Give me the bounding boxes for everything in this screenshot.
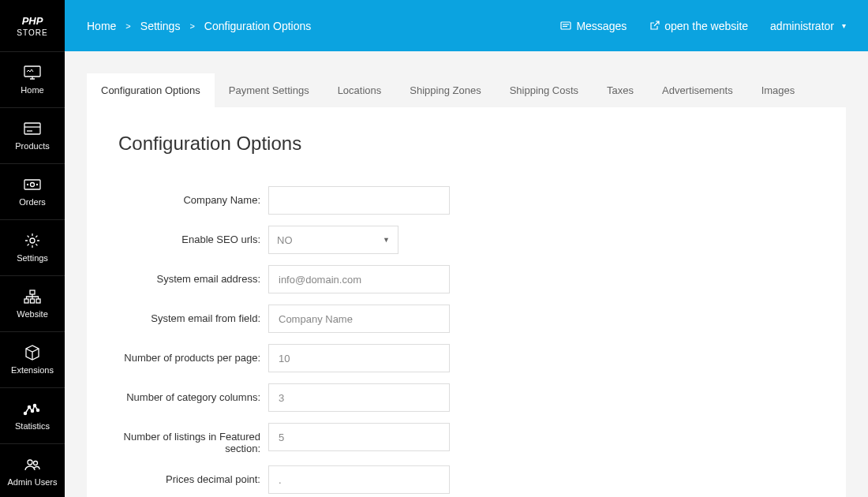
- monitor-icon: [23, 65, 42, 80]
- seo-label: Enable SEO urls:: [118, 226, 268, 245]
- svg-point-8: [30, 238, 35, 243]
- featured-input[interactable]: [268, 423, 450, 451]
- svg-rect-11: [31, 299, 35, 303]
- cash-icon: [23, 177, 42, 192]
- user-menu[interactable]: administrator ▾: [770, 20, 846, 32]
- sitemap-icon: [23, 289, 42, 305]
- form-row-featured: Number of listings in Featured section:: [118, 423, 814, 454]
- breadcrumb-config[interactable]: Configuration Options: [204, 20, 311, 32]
- users-icon: [23, 457, 42, 473]
- svg-point-14: [28, 406, 31, 409]
- external-link-icon: [649, 21, 660, 32]
- breadcrumb-separator: >: [189, 21, 194, 31]
- form-row-company-name: Company Name:: [118, 186, 814, 215]
- gear-icon: [23, 233, 42, 248]
- tab-configuration-options[interactable]: Configuration Options: [87, 73, 215, 107]
- user-label: administrator: [770, 20, 834, 32]
- open-website-link[interactable]: open the website: [649, 20, 748, 32]
- svg-point-15: [32, 410, 34, 413]
- logo: PHP STORE: [0, 0, 65, 51]
- per-page-input[interactable]: [268, 344, 450, 372]
- sidebar-item-label: Admin Users: [8, 477, 58, 487]
- per-page-label: Number of products per page:: [118, 344, 268, 364]
- seo-select[interactable]: NO ▼: [268, 226, 398, 254]
- svg-point-7: [37, 185, 38, 185]
- content-area: Configuration Options Payment Settings L…: [65, 51, 868, 497]
- email-address-label: System email address:: [118, 265, 268, 285]
- svg-point-18: [28, 460, 32, 465]
- sidebar-item-label: Statistics: [15, 421, 50, 431]
- svg-rect-1: [24, 123, 40, 134]
- tab-shipping-costs[interactable]: Shipping Costs: [496, 73, 593, 107]
- breadcrumb-separator: >: [125, 21, 130, 31]
- panel: Configuration Options Company Name: Enab…: [87, 107, 846, 497]
- sidebar-item-label: Home: [21, 85, 43, 95]
- svg-point-13: [24, 413, 27, 415]
- tab-payment-settings[interactable]: Payment Settings: [215, 73, 324, 107]
- form-row-decimal: Prices decimal point:: [118, 465, 814, 494]
- sidebar-item-extensions[interactable]: Extensions: [0, 331, 65, 387]
- form-row-email-address: System email address:: [118, 265, 814, 293]
- company-name-label: Company Name:: [118, 186, 268, 206]
- sidebar-item-home[interactable]: Home: [0, 51, 65, 107]
- tab-images[interactable]: Images: [747, 73, 810, 107]
- form-row-per-page: Number of products per page:: [118, 344, 814, 372]
- form-row-email-from: System email from field:: [118, 305, 814, 333]
- message-icon: [560, 21, 571, 32]
- company-name-input[interactable]: [268, 186, 450, 215]
- tabs: Configuration Options Payment Settings L…: [87, 73, 868, 107]
- cat-cols-label: Number of category columns:: [118, 383, 268, 403]
- svg-rect-10: [24, 299, 28, 303]
- sidebar-item-settings[interactable]: Settings: [0, 219, 65, 275]
- breadcrumb-home[interactable]: Home: [87, 20, 116, 32]
- tab-locations[interactable]: Locations: [324, 73, 396, 107]
- svg-point-17: [37, 409, 39, 412]
- sidebar-item-label: Website: [17, 309, 48, 319]
- tab-advertisements[interactable]: Advertisements: [648, 73, 747, 107]
- breadcrumb-settings[interactable]: Settings: [140, 20, 181, 32]
- form-row-seo: Enable SEO urls: NO ▼: [118, 226, 814, 254]
- sidebar-item-label: Extensions: [11, 365, 54, 375]
- card-icon: [23, 121, 42, 136]
- sidebar-item-statistics[interactable]: Statistics: [0, 387, 65, 443]
- header-right: Messages open the website administrator …: [560, 20, 846, 32]
- logo-bottom: STORE: [17, 28, 47, 37]
- sidebar-item-admin-users[interactable]: Admin Users: [0, 443, 65, 497]
- featured-label: Number of listings in Featured section:: [118, 423, 268, 454]
- breadcrumb: Home > Settings > Configuration Options: [87, 20, 311, 32]
- cat-cols-input[interactable]: [268, 383, 450, 412]
- dropdown-arrow-icon: ▼: [383, 236, 390, 244]
- open-website-label: open the website: [664, 20, 748, 32]
- sidebar-item-website[interactable]: Website: [0, 275, 65, 331]
- decimal-input[interactable]: [268, 465, 450, 494]
- messages-label: Messages: [576, 20, 627, 32]
- logo-top: PHP: [22, 15, 43, 27]
- svg-point-6: [28, 185, 28, 185]
- cube-icon: [23, 345, 42, 361]
- svg-point-5: [31, 183, 35, 187]
- sidebar-item-label: Products: [15, 141, 49, 151]
- svg-rect-12: [36, 299, 40, 303]
- chart-icon: [23, 401, 42, 417]
- seo-select-value: NO: [277, 234, 293, 246]
- svg-rect-20: [561, 22, 571, 29]
- email-address-input[interactable]: [268, 265, 450, 293]
- sidebar-item-orders[interactable]: Orders: [0, 163, 65, 219]
- sidebar-item-label: Settings: [17, 253, 48, 263]
- svg-rect-9: [30, 290, 35, 294]
- page-title: Configuration Options: [118, 133, 814, 155]
- email-from-label: System email from field:: [118, 305, 268, 324]
- sidebar-item-products[interactable]: Products: [0, 107, 65, 163]
- svg-point-16: [34, 405, 36, 407]
- sidebar: PHP STORE Home Products Orders Settings …: [0, 0, 65, 497]
- chevron-down-icon: ▾: [842, 21, 846, 30]
- header: Home > Settings > Configuration Options …: [65, 0, 868, 51]
- sidebar-item-label: Orders: [19, 197, 46, 207]
- messages-link[interactable]: Messages: [560, 20, 627, 32]
- tab-taxes[interactable]: Taxes: [593, 73, 648, 107]
- email-from-input[interactable]: [268, 305, 450, 333]
- form-row-cat-cols: Number of category columns:: [118, 383, 814, 412]
- tab-shipping-zones[interactable]: Shipping Zones: [395, 73, 495, 107]
- svg-point-19: [34, 462, 38, 465]
- decimal-label: Prices decimal point:: [118, 465, 268, 485]
